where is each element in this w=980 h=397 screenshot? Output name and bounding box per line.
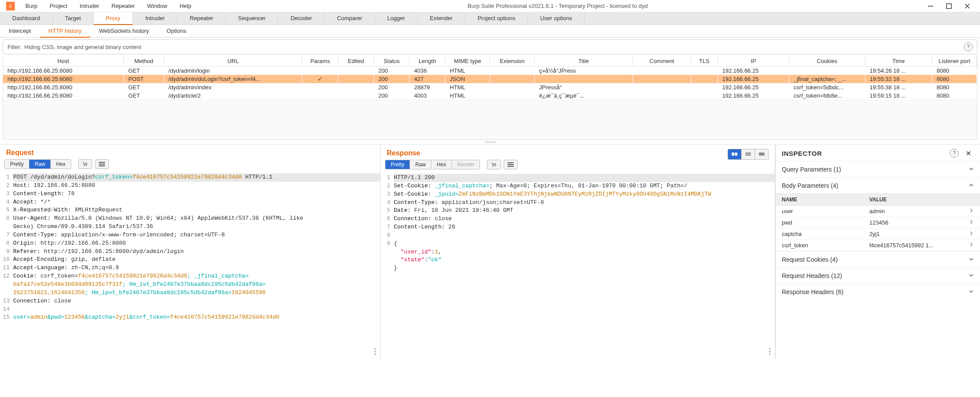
col-url[interactable]: URL — [164, 56, 302, 67]
layout-switch[interactable] — [728, 149, 769, 160]
more-icon[interactable] — [769, 348, 770, 355]
tab-extender[interactable]: Extender — [418, 12, 466, 25]
inspector-response-headers[interactable]: Response Headers (6) — [776, 284, 980, 300]
horizontal-splitter[interactable] — [0, 140, 980, 144]
table-row[interactable]: http://192.166.66.25:8080GET/dyd/article… — [3, 91, 977, 100]
more-icon[interactable] — [374, 348, 376, 355]
viewtab-hex[interactable]: Hex — [431, 160, 452, 169]
close-icon[interactable] — [963, 2, 971, 10]
request-view-tabs[interactable]: PrettyRawHex — [4, 159, 71, 169]
request-title: Request — [0, 144, 380, 159]
tab-user-options[interactable]: User options — [528, 12, 585, 25]
tab-decoder[interactable]: Decoder — [278, 12, 325, 25]
param-row[interactable]: pwd123456 — [776, 217, 980, 228]
help-icon[interactable]: ? — [950, 149, 959, 158]
layout-rows-icon[interactable] — [742, 149, 755, 159]
svg-rect-8 — [759, 153, 765, 156]
tab-sequencer[interactable]: Sequencer — [226, 12, 278, 25]
viewtab-hex[interactable]: Hex — [51, 160, 70, 169]
chevron-down-icon — [969, 166, 974, 173]
col-mime-type[interactable]: MIME type — [445, 56, 490, 67]
col-method[interactable]: Method — [124, 56, 164, 67]
menu-window[interactable]: Window — [141, 3, 173, 9]
viewtab-pretty[interactable]: Pretty — [385, 160, 410, 169]
menu-intruder[interactable]: Intruder — [74, 3, 105, 9]
minimize-icon[interactable] — [927, 2, 934, 10]
col-name: NAME — [776, 194, 863, 206]
menu-help[interactable]: Help — [173, 3, 197, 9]
tab-dashboard[interactable]: Dashboard — [0, 12, 53, 25]
chevron-down-icon — [969, 256, 974, 263]
maximize-icon[interactable] — [945, 2, 953, 10]
tab-repeater[interactable]: Repeater — [178, 12, 226, 25]
window-controls — [918, 2, 980, 10]
inspector-query-params[interactable]: Query Parameters (1) — [776, 161, 980, 177]
request-raw-editor[interactable]: 1POST /dyd/admin/doLogin?csrf_token=f4ce… — [0, 172, 380, 358]
col-title[interactable]: Title — [535, 56, 633, 67]
filter-label: Filter: — [7, 44, 22, 50]
col-time[interactable]: Time — [865, 56, 932, 67]
inspector-body-params[interactable]: Body Parameters (4) — [776, 177, 980, 193]
filter-bar[interactable]: Filter: Hiding CSS, image and general bi… — [3, 39, 977, 54]
tab-comparer[interactable]: Comparer — [325, 12, 375, 25]
main-tab-bar: DashboardTargetProxyIntruderRepeaterSequ… — [0, 12, 980, 25]
tab-target[interactable]: Target — [53, 12, 94, 25]
subtab-websockets-history[interactable]: WebSockets history — [90, 25, 158, 37]
table-row[interactable]: http://192.166.66.25:8080GET/dyd/admin/i… — [3, 83, 977, 91]
http-history-table[interactable]: HostMethodURLParamsEditedStatusLengthMIM… — [3, 56, 977, 140]
request-options-button[interactable] — [95, 159, 109, 169]
menu-bar: BurpProjectIntruderRepeaterWindowHelp Bu… — [0, 0, 980, 12]
tab-project-options[interactable]: Project options — [466, 12, 528, 25]
request-panel: Request PrettyRawHex \n 1POST /dyd/admin… — [0, 144, 381, 358]
col-status[interactable]: Status — [374, 56, 410, 67]
chevron-down-icon — [969, 272, 974, 279]
newline-toggle[interactable]: \n — [487, 160, 501, 169]
subtab-http-history[interactable]: HTTP history — [40, 25, 91, 38]
chevron-up-icon — [969, 182, 974, 189]
col-host[interactable]: Host — [3, 56, 124, 67]
viewtab-raw[interactable]: Raw — [410, 160, 431, 169]
subtab-intercept[interactable]: Intercept — [0, 25, 40, 37]
inspector-title: INSPECTOR — [782, 150, 822, 157]
tab-intruder[interactable]: Intruder — [133, 12, 178, 25]
chevron-down-icon — [969, 288, 974, 295]
viewtab-pretty[interactable]: Pretty — [5, 160, 29, 169]
inspector-panel: INSPECTOR ? ✕ Query Parameters (1) Body … — [775, 144, 980, 358]
subtab-options[interactable]: Options — [158, 25, 195, 37]
col-edited[interactable]: Edited — [338, 56, 374, 67]
table-row[interactable]: http://192.166.66.25:8080GET/dyd/admin/l… — [3, 67, 977, 75]
param-row[interactable]: useradmin — [776, 206, 980, 217]
inspector-request-cookies[interactable]: Request Cookies (4) — [776, 251, 980, 267]
viewtab-raw[interactable]: Raw — [29, 160, 51, 169]
svg-rect-4 — [732, 153, 735, 156]
param-row[interactable]: csrf_tokenf4ce416757c5415992 1... — [776, 240, 980, 251]
newline-toggle[interactable]: \n — [78, 159, 92, 169]
col-listener-port[interactable]: Listener port — [932, 56, 976, 67]
col-tls[interactable]: TLS — [691, 56, 718, 67]
param-row[interactable]: captcha2yj1 — [776, 228, 980, 240]
col-comment[interactable]: Comment — [633, 56, 691, 67]
layout-columns-icon[interactable] — [728, 149, 742, 159]
response-options-button[interactable] — [504, 160, 518, 169]
viewtab-render[interactable]: Render — [452, 160, 480, 169]
inspector-request-headers[interactable]: Request Headers (12) — [776, 267, 980, 284]
table-row[interactable]: http://192.166.66.25:8080POST/dyd/admin/… — [3, 75, 977, 83]
svg-rect-1 — [947, 4, 952, 8]
col-cookies[interactable]: Cookies — [789, 56, 865, 67]
layout-single-icon[interactable] — [755, 149, 768, 159]
col-length[interactable]: Length — [410, 56, 445, 67]
svg-rect-7 — [746, 155, 751, 156]
tab-logger[interactable]: Logger — [375, 12, 417, 25]
col-params[interactable]: Params — [302, 56, 338, 67]
col-ip[interactable]: IP — [718, 56, 789, 67]
chevron-right-icon — [962, 228, 980, 240]
menu-burp[interactable]: Burp — [19, 3, 43, 9]
menu-project[interactable]: Project — [43, 3, 73, 9]
help-icon[interactable]: ? — [964, 42, 973, 51]
col-extension[interactable]: Extension — [490, 56, 535, 67]
menu-repeater[interactable]: Repeater — [105, 3, 141, 9]
response-view-tabs[interactable]: PrettyRawHexRender — [385, 160, 480, 169]
close-icon[interactable]: ✕ — [963, 149, 974, 158]
response-pretty-editor[interactable]: 1HTTP/1.1 2002Set-Cookie: _jfinal_captch… — [381, 172, 775, 358]
tab-proxy[interactable]: Proxy — [94, 12, 133, 25]
